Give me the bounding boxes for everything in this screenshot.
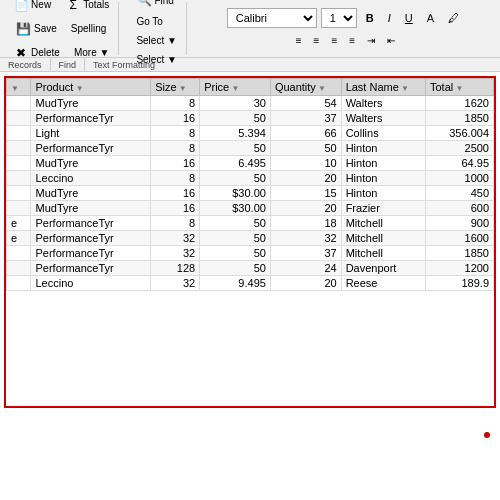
table-row[interactable]: PerformanceTyr1285024Davenport1200 xyxy=(7,261,494,276)
table-row[interactable]: MudTyre16$30.0015Hinton450 xyxy=(7,186,494,201)
cell-qty: 32 xyxy=(270,231,341,246)
col-header-quantity[interactable]: Quantity xyxy=(270,79,341,96)
cell-price: 6.495 xyxy=(200,156,271,171)
replace-button[interactable]: Go To xyxy=(131,13,168,30)
cell-price: 5.394 xyxy=(200,126,271,141)
cell-y: e xyxy=(7,231,31,246)
col-header-total[interactable]: Total xyxy=(425,79,493,96)
highlight-button[interactable]: 🖊 xyxy=(443,8,464,28)
cell-y xyxy=(7,201,31,216)
align-center-button[interactable]: ≡ xyxy=(310,32,324,50)
col-header-size[interactable]: Size xyxy=(151,79,200,96)
cell-y xyxy=(7,156,31,171)
cell-price: 30 xyxy=(200,96,271,111)
italic-button[interactable]: I xyxy=(383,8,396,28)
cell-size: 8 xyxy=(151,126,200,141)
justify-button[interactable]: ≡ xyxy=(345,32,359,50)
col-header-y[interactable] xyxy=(7,79,31,96)
cell-size: 16 xyxy=(151,111,200,126)
goto-button[interactable]: Select ▼ xyxy=(131,32,181,49)
cell-qty: 20 xyxy=(270,171,341,186)
table-row[interactable]: Leccino85020Hinton1000 xyxy=(7,171,494,186)
cell-prod: MudTyre xyxy=(31,96,151,111)
bold-button[interactable]: B xyxy=(361,8,379,28)
cell-price: 50 xyxy=(200,216,271,231)
cell-qty: 50 xyxy=(270,141,341,156)
cell-size: 16 xyxy=(151,186,200,201)
cell-y xyxy=(7,96,31,111)
cell-qty: 54 xyxy=(270,96,341,111)
cell-qty: 37 xyxy=(270,246,341,261)
spelling-button[interactable]: Spelling xyxy=(66,20,112,37)
cell-qty: 15 xyxy=(270,186,341,201)
align-right-button[interactable]: ≡ xyxy=(327,32,341,50)
table-row[interactable]: Leccino329.49520Reese189.9 xyxy=(7,276,494,291)
cell-total: 1850 xyxy=(425,111,493,126)
table-row[interactable]: MudTyre83054Walters1620 xyxy=(7,96,494,111)
cell-total: 600 xyxy=(425,201,493,216)
cell-last: Frazier xyxy=(341,201,425,216)
cell-prod: Leccino xyxy=(31,171,151,186)
table-container: Product Size Price Quantity Last Name To… xyxy=(4,76,496,408)
outdent-button[interactable]: ⇤ xyxy=(383,32,399,50)
cell-last: Mitchell xyxy=(341,246,425,261)
cell-prod: Leccino xyxy=(31,276,151,291)
cell-total: 189.9 xyxy=(425,276,493,291)
cell-price: 50 xyxy=(200,141,271,156)
find-button[interactable]: 🔍 Find xyxy=(131,0,178,11)
cell-price: 50 xyxy=(200,111,271,126)
cell-last: Walters xyxy=(341,96,425,111)
cell-qty: 37 xyxy=(270,111,341,126)
cell-prod: MudTyre xyxy=(31,186,151,201)
cell-total: 1600 xyxy=(425,231,493,246)
cell-prod: PerformanceTyr xyxy=(31,246,151,261)
save-icon: 💾 xyxy=(16,21,32,37)
cell-size: 128 xyxy=(151,261,200,276)
fontcolor-button[interactable]: A xyxy=(422,8,439,28)
cell-y xyxy=(7,261,31,276)
records-bottom-row: 💾 Save Spelling xyxy=(11,18,111,40)
save-button[interactable]: 💾 Save xyxy=(11,18,62,40)
cell-qty: 10 xyxy=(270,156,341,171)
cell-last: Hinton xyxy=(341,141,425,156)
records-group: 📄 New Σ Totals 💾 Save Spelling ✖ Delete xyxy=(4,2,119,55)
col-header-lastname[interactable]: Last Name xyxy=(341,79,425,96)
data-table: Product Size Price Quantity Last Name To… xyxy=(6,78,494,291)
cell-qty: 24 xyxy=(270,261,341,276)
cell-prod: MudTyre xyxy=(31,201,151,216)
totals-button[interactable]: Σ Totals xyxy=(60,0,114,16)
cell-price: 50 xyxy=(200,231,271,246)
underline-button[interactable]: U xyxy=(400,8,418,28)
cell-y xyxy=(7,141,31,156)
cell-size: 16 xyxy=(151,156,200,171)
cell-price: $30.00 xyxy=(200,201,271,216)
table-row[interactable]: ePerformanceTyr85018Mitchell900 xyxy=(7,216,494,231)
size-select[interactable]: 11 xyxy=(321,8,357,28)
table-row[interactable]: PerformanceTyr325037Mitchell1850 xyxy=(7,246,494,261)
replace-label: Go To xyxy=(136,16,163,27)
col-header-product[interactable]: Product xyxy=(31,79,151,96)
cell-size: 8 xyxy=(151,171,200,186)
indent-button[interactable]: ⇥ xyxy=(363,32,379,50)
cell-size: 32 xyxy=(151,276,200,291)
new-button[interactable]: 📄 New xyxy=(8,0,56,16)
spelling-label: Spelling xyxy=(71,23,107,34)
cell-last: Mitchell xyxy=(341,216,425,231)
text-format-section-label: Text Formatting xyxy=(85,58,500,71)
cell-qty: 18 xyxy=(270,216,341,231)
table-row[interactable]: PerformanceTyr165037Walters1850 xyxy=(7,111,494,126)
table-row[interactable]: MudTyre166.49510Hinton64.95 xyxy=(7,156,494,171)
cell-last: Walters xyxy=(341,111,425,126)
cell-last: Collins xyxy=(341,126,425,141)
cell-prod: PerformanceTyr xyxy=(31,231,151,246)
table-row[interactable]: MudTyre16$30.0020Frazier600 xyxy=(7,201,494,216)
table-row[interactable]: Light85.39466Collins356.004 xyxy=(7,126,494,141)
table-row[interactable]: PerformanceTyr85050Hinton2500 xyxy=(7,141,494,156)
align-left-button[interactable]: ≡ xyxy=(292,32,306,50)
col-header-price[interactable]: Price xyxy=(200,79,271,96)
cell-y xyxy=(7,186,31,201)
cell-price: 50 xyxy=(200,261,271,276)
cell-total: 1620 xyxy=(425,96,493,111)
font-select[interactable]: Calibri xyxy=(227,8,317,28)
table-row[interactable]: ePerformanceTyr325032Mitchell1600 xyxy=(7,231,494,246)
